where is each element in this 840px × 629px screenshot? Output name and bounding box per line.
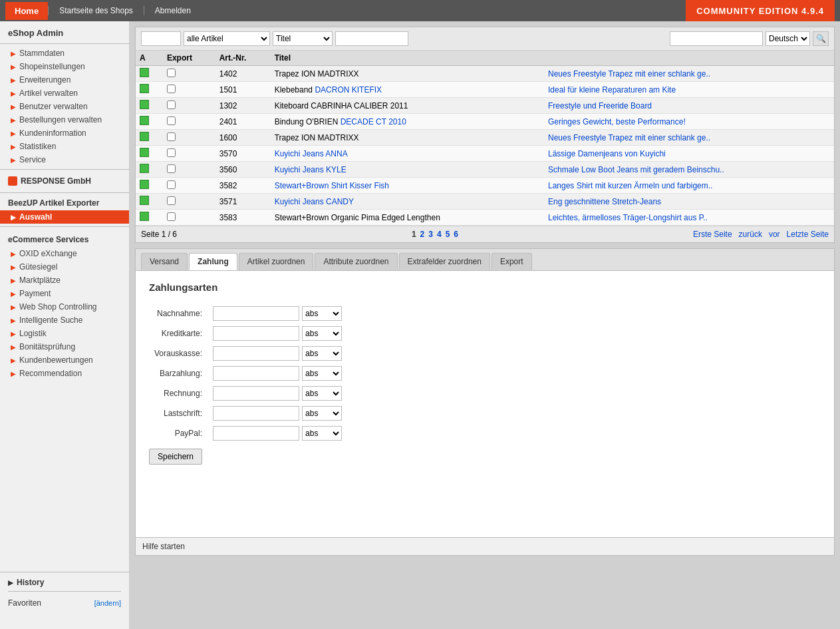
pagination-info: Seite 1 / 6 — [141, 230, 177, 239]
table-row[interactable]: 2401Bindung O'BRIEN DECADE CT 2010Gering… — [136, 114, 834, 130]
sidebar-item-payment[interactable]: ▶Payment — [0, 287, 129, 300]
tab-zahlung[interactable]: Zahlung — [189, 253, 237, 270]
favoriten-change-link[interactable]: [ändern] — [94, 599, 121, 607]
artikel-link[interactable]: Stewart+Brown Shirt Kisser Fish — [275, 181, 389, 190]
article-text-search[interactable] — [335, 31, 408, 46]
page-link-4[interactable]: 4 — [437, 230, 442, 239]
favoriten-row: Favoriten [ändern] — [8, 596, 121, 610]
sidebar-item-auswahl[interactable]: ▶Auswahl — [0, 210, 129, 224]
table-row[interactable]: 3570Kuyichi Jeans ANNALässige Damenjeans… — [136, 146, 834, 162]
sidebar-item-erweiterungen[interactable]: ▶Erweiterungen — [0, 73, 129, 87]
export-checkbox[interactable] — [167, 212, 176, 221]
table-row[interactable]: 1402Trapez ION MADTRIXXNeues Freestyle T… — [136, 66, 834, 82]
hilfe-link[interactable]: Hilfe starten — [142, 542, 185, 551]
sidebar-item-webshop[interactable]: ▶Web Shop Controlling — [0, 300, 129, 314]
tab-attribute-zuordnen[interactable]: Attribute zuordnen — [315, 253, 397, 270]
status-indicator — [140, 116, 149, 125]
sidebar-item-statistiken[interactable]: ▶Statistiken — [0, 140, 129, 153]
zahlung-field-input[interactable] — [213, 366, 299, 381]
article-search-input[interactable] — [141, 31, 181, 46]
export-checkbox[interactable] — [167, 85, 176, 93]
language-select[interactable]: Deutsch — [766, 31, 810, 46]
article-filter-select[interactable]: alle Artikel — [184, 31, 270, 46]
table-row[interactable]: 3571Kuyichi Jeans CANDYEng geschnittene … — [136, 194, 834, 210]
zahlung-field-input[interactable] — [213, 426, 299, 441]
description-cell: Lässige Damenjeans von Kuyichi — [544, 146, 834, 162]
article-additional-search[interactable] — [670, 31, 763, 46]
shop-link[interactable]: Startseite des Shops — [48, 6, 144, 15]
artikel-link[interactable]: DECADE CT 2010 — [341, 117, 406, 126]
sidebar: eShop Admin ▶Stammdaten ▶Shopeinstellung… — [0, 21, 130, 629]
table-row[interactable]: 1501Klebeband DACRON KITEFIXIdeal für kl… — [136, 82, 834, 98]
logout-link[interactable]: Abmelden — [144, 6, 202, 15]
zahlung-field-input[interactable] — [213, 306, 299, 321]
table-row[interactable]: 3560Kuyichi Jeans KYLESchmale Low Boot J… — [136, 162, 834, 178]
page-link-5[interactable]: 5 — [446, 230, 450, 239]
zahlung-field-input[interactable] — [213, 326, 299, 341]
sidebar-item-shopeinstellungen[interactable]: ▶Shopeinstellungen — [0, 60, 129, 73]
sidebar-item-bestellungen[interactable]: ▶Bestellungen verwalten — [0, 113, 129, 126]
search-button[interactable]: 🔍 — [813, 31, 829, 46]
sidebar-item-bonitaet[interactable]: ▶Bonitätsprüfung — [0, 340, 129, 353]
zahlung-field-input[interactable] — [213, 346, 299, 361]
export-checkbox[interactable] — [167, 180, 176, 189]
tab-extrafelder-zuordnen[interactable]: Extrafelder zuordnen — [399, 253, 490, 270]
zahlung-field-dropdown[interactable]: abs — [302, 406, 342, 421]
export-checkbox[interactable] — [167, 164, 176, 173]
home-button[interactable]: Home — [5, 2, 48, 20]
favoriten-label[interactable]: Favoriten — [8, 598, 41, 608]
table-row[interactable]: 3582Stewart+Brown Shirt Kisser FishLange… — [136, 178, 834, 194]
sidebar-item-recommendation[interactable]: ▶Recommendation — [0, 367, 129, 380]
artikel-link[interactable]: Kuyichi Jeans CANDY — [275, 197, 354, 206]
zahlung-field-label: Lastschrift: — [149, 403, 208, 423]
artikel-link[interactable]: Kuyichi Jeans ANNA — [275, 149, 348, 158]
export-checkbox[interactable] — [167, 101, 176, 109]
export-checkbox[interactable] — [167, 148, 176, 157]
history-label[interactable]: ▶ History — [8, 578, 121, 587]
page-link-2[interactable]: 2 — [420, 230, 425, 239]
article-toolbar: alle Artikel Titel Deutsch 🔍 — [136, 27, 834, 51]
zahlung-field-dropdown[interactable]: abs — [302, 346, 342, 361]
tab-export[interactable]: Export — [491, 253, 532, 270]
save-button[interactable]: Speichern — [149, 449, 202, 465]
first-page-link[interactable]: Erste Seite — [693, 230, 732, 239]
sidebar-item-kundenbewertungen[interactable]: ▶Kundenbewertungen — [0, 353, 129, 367]
export-checkbox[interactable] — [167, 116, 176, 125]
tab-artikel-zuordnen[interactable]: Artikel zuordnen — [239, 253, 314, 270]
sidebar-item-benutzer[interactable]: ▶Benutzer verwalten — [0, 100, 129, 113]
zahlung-field-input[interactable] — [213, 386, 299, 401]
sidebar-item-intelligente-suche[interactable]: ▶Intelligente Suche — [0, 314, 129, 327]
table-row[interactable]: 3583Stewart+Brown Organic Pima Edged Len… — [136, 210, 834, 226]
page-link-3[interactable]: 3 — [428, 230, 433, 239]
sidebar-item-guetesiegel[interactable]: ▶Gütesiegel — [0, 260, 129, 274]
page-link-1[interactable]: 1 — [412, 230, 416, 239]
sidebar-item-stammdaten[interactable]: ▶Stammdaten — [0, 47, 129, 60]
sidebar-item-oxid[interactable]: ▶OXID eXchange — [0, 247, 129, 260]
export-checkbox[interactable] — [167, 69, 176, 77]
zahlung-field-dropdown[interactable]: abs — [302, 366, 342, 381]
table-row[interactable]: 1302Kiteboard CABRINHA CALIBER 2011Frees… — [136, 98, 834, 114]
table-row[interactable]: 1600Trapez ION MADTRIXXNeues Freestyle T… — [136, 130, 834, 146]
zahlung-field-dropdown[interactable]: abs — [302, 386, 342, 401]
page-link-6[interactable]: 6 — [454, 230, 458, 239]
artikel-link[interactable]: Kuyichi Jeans KYLE — [275, 165, 347, 174]
zahlung-field-input[interactable] — [213, 406, 299, 421]
sidebar-item-service[interactable]: ▶Service — [0, 153, 129, 166]
sidebar-item-marktplaetze[interactable]: ▶Marktplätze — [0, 274, 129, 287]
sidebar-item-kundeninfo[interactable]: ▶Kundeninformation — [0, 126, 129, 140]
last-page-link[interactable]: Letzte Seite — [787, 230, 829, 239]
artikel-link[interactable]: DACRON KITEFIX — [315, 85, 382, 95]
tab-versand[interactable]: Versand — [141, 253, 188, 270]
zahlung-field-dropdown[interactable]: abs — [302, 326, 342, 341]
article-field-select[interactable]: Titel — [273, 31, 333, 46]
prev-page-link[interactable]: zurück — [739, 230, 762, 239]
beezup-title: BeezUP Artikel Exporter — [0, 196, 129, 210]
next-page-link[interactable]: vor — [769, 230, 780, 239]
response-gmbh-label: RESPONSE GmbH — [0, 172, 129, 190]
zahlung-field-dropdown[interactable]: abs — [302, 426, 342, 441]
export-checkbox[interactable] — [167, 196, 176, 205]
zahlung-field-dropdown[interactable]: abs — [302, 306, 342, 321]
export-checkbox[interactable] — [167, 132, 176, 141]
sidebar-item-artikel[interactable]: ▶Artikel verwalten — [0, 87, 129, 100]
sidebar-item-logistik[interactable]: ▶Logistik — [0, 327, 129, 340]
